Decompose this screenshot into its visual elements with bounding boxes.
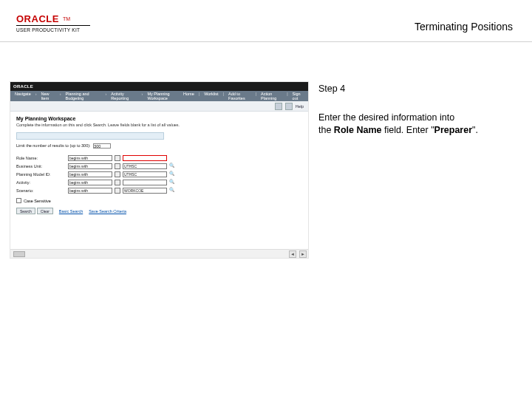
help-link[interactable]: Help [296, 104, 304, 109]
operator-select[interactable]: begins with [68, 163, 112, 169]
instruction-panel: Step 4 Enter the desired information int… [318, 83, 514, 137]
button-row: Search Clear Basic Search Save Search Cr… [10, 205, 308, 217]
scenario-input[interactable]: WORKCOE [123, 188, 167, 194]
oracle-logo: ORACLE [16, 13, 59, 24]
limit-results-row: Limit the number of results to (up to 30… [10, 142, 308, 151]
header-divider [0, 41, 532, 42]
breadcrumb-item[interactable]: Activity Reporting [111, 92, 137, 100]
step-label: Step 4 [318, 83, 514, 95]
breadcrumb-item[interactable]: Planning and Budgeting [66, 92, 101, 100]
model-id-input[interactable]: UTHSC [123, 171, 167, 177]
workspace-title: My Planning Workspace [10, 112, 308, 123]
lookup-icon[interactable]: 🔍 [169, 171, 174, 177]
form-row-business-unit: Business Unit: begins with UTHSC 🔍 [16, 162, 302, 170]
dropdown-icon[interactable] [115, 180, 120, 185]
app-logo: ORACLE [13, 84, 33, 89]
form-row-model-id: Planning Model ID: begins with UTHSC 🔍 [16, 170, 302, 178]
lookup-icon[interactable]: 🔍 [169, 188, 174, 193]
trademark: TM [63, 16, 70, 21]
workspace-subtitle: Complete the information on this and cli… [10, 123, 308, 130]
field-label: Scenario: [16, 188, 68, 193]
horizontal-scrollbar[interactable]: ◄ ► [10, 249, 308, 258]
app-screenshot: ORACLE Navigate› New Item› Planning and … [10, 81, 309, 259]
form-row-activity: Activity: begins with 🔍 [16, 178, 302, 186]
breadcrumb-item[interactable]: Navigate [15, 92, 31, 100]
lookup-icon[interactable]: 🔍 [169, 163, 174, 168]
lookup-icon[interactable]: 🔍 [169, 180, 174, 185]
instruction-text: Enter the desired information into the R… [318, 112, 514, 137]
operator-select[interactable]: begins with [68, 155, 112, 161]
nav-link[interactable]: Action Planning [261, 92, 282, 100]
operator-select[interactable]: begins with [68, 171, 112, 177]
clear-button[interactable]: Clear [37, 208, 53, 214]
basic-search-link[interactable]: Basic Search [59, 209, 83, 214]
scroll-left-icon[interactable]: ◄ [289, 250, 296, 258]
operator-select[interactable]: begins with [68, 180, 112, 185]
brand-header: ORACLE TM [16, 13, 70, 24]
app-menu-bar: Navigate› New Item› Planning and Budgeti… [10, 91, 308, 101]
find-existing-value-tab[interactable] [16, 132, 164, 140]
breadcrumb-item[interactable]: New Item [41, 92, 55, 100]
field-label: Planning Model ID: [16, 172, 68, 177]
dropdown-icon[interactable] [115, 171, 120, 177]
dropdown-icon[interactable] [115, 163, 120, 169]
case-sensitive-checkbox[interactable] [16, 198, 21, 203]
search-button[interactable]: Search [16, 208, 35, 214]
operator-select[interactable]: begins with [68, 188, 112, 194]
role-name-input[interactable] [123, 155, 167, 161]
app-top-bar: ORACLE [10, 82, 308, 91]
form-row-role-name: Role Name: begins with [16, 154, 302, 162]
limit-results-input[interactable]: 300 [93, 143, 111, 149]
activity-input[interactable] [123, 180, 167, 185]
new-window-icon[interactable] [275, 103, 282, 110]
field-label: Business Unit: [16, 164, 68, 168]
nav-link[interactable]: Worklist [204, 92, 218, 100]
business-unit-input[interactable]: UTHSC [123, 163, 167, 169]
scroll-right-icon[interactable]: ► [299, 250, 307, 258]
product-line: USER PRODUCTIVITY KIT [16, 25, 90, 33]
field-label: Role Name: [16, 156, 68, 160]
nav-link[interactable]: Home [183, 92, 194, 100]
http-icon[interactable] [285, 103, 293, 110]
dropdown-icon[interactable] [115, 155, 120, 161]
breadcrumb-item[interactable]: My Planning Workspace [147, 92, 183, 100]
case-sensitive-label: Case Sensitive [24, 199, 51, 203]
scroll-thumb[interactable] [13, 251, 25, 257]
app-toolbar: Help [10, 101, 308, 112]
field-label: Activity: [16, 180, 68, 185]
page-title: Terminating Positions [415, 21, 513, 33]
search-form: Role Name: begins with Business Unit: be… [10, 151, 308, 197]
nav-link[interactable]: Add to Favorites [228, 92, 251, 100]
nav-link[interactable]: Sign out [293, 92, 304, 100]
dropdown-icon[interactable] [115, 188, 120, 194]
case-sensitive-row: Case Sensitive [10, 197, 308, 205]
save-search-link[interactable]: Save Search Criteria [89, 209, 126, 214]
form-row-scenario: Scenario: begins with WORKCOE 🔍 [16, 186, 302, 194]
